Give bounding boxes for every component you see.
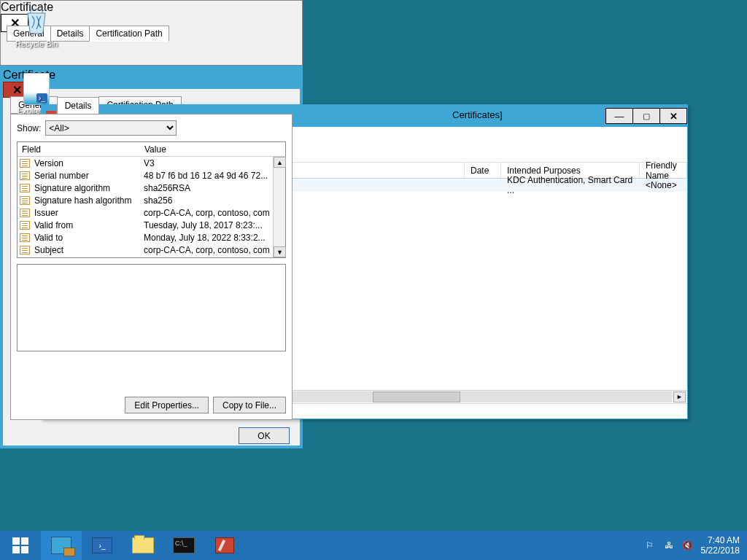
start-button[interactable] (0, 531, 41, 560)
details-col-value[interactable]: Value (140, 144, 285, 155)
tray-date: 5/22/2018 (701, 545, 740, 556)
taskbar-cmd[interactable] (163, 531, 204, 560)
field-icon (20, 233, 30, 242)
recycle-bin-icon (19, 3, 54, 38)
field-icon (20, 171, 30, 180)
tray-volume-icon[interactable]: 🔇 (682, 540, 694, 551)
tray-time: 7:40 AM (701, 535, 740, 545)
details-row[interactable]: Issuercorp-CA-CA, corp, contoso, com (18, 206, 285, 219)
field-icon (20, 221, 30, 230)
ok-button[interactable]: OK (239, 427, 290, 444)
row-purposes: KDC Authentication, Smart Card ... (501, 175, 640, 195)
recycle-bin[interactable]: Recycle Bin (7, 3, 66, 48)
explorer-icon (132, 537, 154, 553)
field-icon (20, 184, 30, 192)
mmc-title-suffix: Certificates] (452, 109, 503, 120)
system-tray: ⚐ 🖧 🔇 7:40 AM 5/22/2018 (644, 535, 747, 556)
col-friendly[interactable]: Friendly Name (640, 163, 687, 178)
taskbar-explorer[interactable] (123, 531, 163, 560)
server-manager-icon (51, 537, 71, 554)
details-scroll-up[interactable]: ▲ (274, 157, 286, 168)
details-scroll-down[interactable]: ▼ (274, 246, 286, 257)
cmd-icon (173, 537, 195, 553)
taskbar-powershell[interactable] (82, 531, 123, 560)
certback-tab-path[interactable]: Certification Path (89, 26, 169, 42)
mmc-maximize-button[interactable] (632, 108, 660, 124)
details-col-field[interactable]: Field (18, 144, 140, 155)
powershell-icon (92, 537, 112, 553)
powershell-file-icon (23, 73, 50, 105)
details-row[interactable]: Valid fromTuesday, July 18, 2017 8:23:..… (18, 219, 285, 231)
mmc-close-button[interactable] (659, 108, 687, 124)
copy-to-file-button[interactable]: Copy to File... (213, 397, 286, 413)
details-row[interactable]: VersionV3 (18, 157, 285, 169)
recycle-bin-label: Recycle Bin (7, 39, 66, 48)
field-icon (20, 246, 30, 254)
taskbar-server-manager[interactable] (41, 531, 82, 560)
details-description-box[interactable] (17, 264, 286, 351)
details-row[interactable]: Serial number48 b7 f6 bd 16 12 a4 9d 46 … (18, 169, 285, 182)
edit-properties-button[interactable]: Edit Properties... (125, 397, 209, 413)
row-friendly: <None> (640, 180, 683, 190)
tray-network-icon[interactable]: 🖧 (663, 540, 675, 551)
tray-clock[interactable]: 7:40 AM 5/22/2018 (701, 535, 740, 556)
show-label: Show: (17, 123, 41, 133)
details-row[interactable]: Subjectcorp-CA-CA, corp, contoso, com (18, 244, 285, 256)
field-icon (20, 209, 30, 217)
field-icon (20, 196, 30, 205)
certificate-dialog: Certificate ✕ General Details Certificat… (0, 66, 303, 448)
taskbar-toolbox[interactable] (204, 531, 245, 560)
details-row[interactable]: Valid toMonday, July 18, 2022 8:33:2... (18, 231, 285, 244)
field-icon (20, 159, 30, 168)
scroll-right-button[interactable]: ► (673, 392, 686, 402)
windows-logo-icon (12, 537, 28, 553)
show-dropdown[interactable]: <All> (45, 120, 177, 136)
mmc-minimize-button[interactable] (605, 108, 633, 124)
cert-tab-details[interactable]: Details (57, 97, 100, 114)
details-vscroll[interactable]: ▲ ▼ (273, 157, 285, 257)
details-row[interactable]: Signature algorithmsha256RSA (18, 182, 285, 194)
col-date[interactable]: Date (465, 163, 501, 178)
details-list[interactable]: Field Value VersionV3Serial number48 b7 … (17, 141, 286, 258)
toolbox-icon (215, 537, 234, 553)
taskbar: ⚐ 🖧 🔇 7:40 AM 5/22/2018 (0, 531, 747, 560)
tray-flag-icon[interactable]: ⚐ (644, 540, 656, 551)
details-row[interactable]: Signature hash algorithmsha256 (18, 194, 285, 206)
